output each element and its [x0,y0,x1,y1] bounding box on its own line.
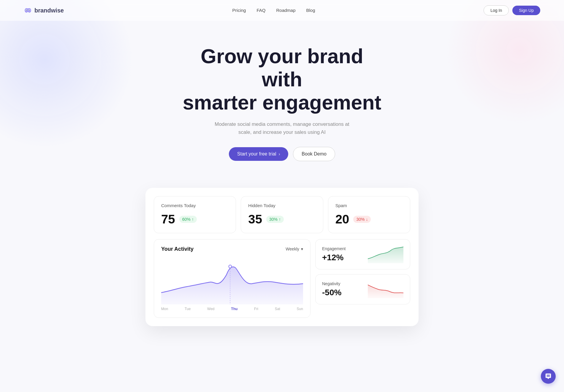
stat-card-comments: Comments Today 75 60% ↑ [154,196,236,233]
nav-links: Pricing FAQ Roadmap Blog [232,8,315,13]
nav-item-roadmap[interactable]: Roadmap [276,8,295,13]
stat-number-hidden: 35 [248,212,262,226]
negativity-card: Negativity -50% [315,274,410,304]
stat-card-hidden: Hidden Today 35 30% ↑ [241,196,323,233]
activity-chart-svg [161,257,303,304]
day-sun: Sun [297,307,303,311]
book-demo-button[interactable]: Book Demo [293,147,335,161]
day-sat: Sat [275,307,280,311]
day-mon: Mon [161,307,168,311]
nav-item-pricing[interactable]: Pricing [232,8,246,13]
engagement-info: Engagement +12% [322,246,346,262]
arrow-icon: › [279,152,280,156]
navbar: brandwise Pricing FAQ Roadmap Blog Log I… [0,0,564,21]
negativity-label: Negativity [322,281,341,286]
stat-badge-comments: 60% ↑ [179,216,197,223]
stat-label-spam: Spam [335,203,403,208]
stat-number-comments: 75 [161,212,175,226]
svg-point-6 [229,265,232,268]
activity-header: Your Activity Weekly ▾ [161,246,303,252]
arrow-up-icon: ↑ [192,217,194,222]
negativity-chart [368,280,403,298]
stat-label-comments: Comments Today [161,203,229,208]
start-trial-button[interactable]: Start your free trial › [229,147,288,161]
dashboard-card: Comments Today 75 60% ↑ Hidden Today 35 … [145,188,419,326]
svg-point-4 [26,10,27,11]
login-button[interactable]: Log In [484,5,509,15]
engagement-label: Engagement [322,246,346,251]
stats-row: Comments Today 75 60% ↑ Hidden Today 35 … [154,196,410,233]
hero-section: Grow your brand with smarter engagement … [0,21,564,173]
signup-button[interactable]: Sign Up [512,6,540,15]
arrow-down-icon: ↓ [366,217,368,222]
svg-point-5 [29,10,30,11]
activity-period-selector[interactable]: Weekly ▾ [286,247,303,251]
bottom-row: Your Activity Weekly ▾ [154,239,410,318]
engagement-chart [368,245,403,263]
arrow-up-icon-2: ↑ [279,217,281,222]
engagement-value: +12% [322,253,346,262]
stat-badge-spam: 30% ↓ [353,216,371,223]
stat-bottom-spam: 20 30% ↓ [335,212,403,226]
negativity-info: Negativity -50% [322,281,341,297]
chevron-down-icon: ▾ [301,247,303,251]
stat-bottom-comments: 75 60% ↑ [161,212,229,226]
nav-item-blog[interactable]: Blog [306,8,315,13]
negativity-value: -50% [322,288,341,297]
chat-icon [545,373,552,380]
nav-actions: Log In Sign Up [484,5,540,15]
chat-button[interactable] [541,369,556,384]
hero-subtext: Moderate social media comments, manage c… [211,120,353,136]
day-thu: Thu [231,307,237,311]
hero-buttons: Start your free trial › Book Demo [6,147,558,161]
chart-days: Mon Tue Wed Thu Fri Sat Sun [161,307,303,311]
logo[interactable]: brandwise [24,7,64,14]
stat-number-spam: 20 [335,212,349,226]
hero-headline-line2: smarter engagement [183,91,381,114]
hero-headline: Grow your brand with smarter engagement [178,45,386,114]
engagement-card: Engagement +12% [315,239,410,269]
logo-text: brandwise [34,7,64,14]
day-fri: Fri [254,307,258,311]
nav-item-faq[interactable]: FAQ [256,8,265,13]
stat-bottom-hidden: 35 30% ↑ [248,212,316,226]
activity-card: Your Activity Weekly ▾ [154,239,310,318]
right-panel: Engagement +12% Negati [315,239,410,318]
stat-badge-hidden: 30% ↑ [266,216,284,223]
stat-card-spam: Spam 20 30% ↓ [328,196,410,233]
hero-headline-line1: Grow your brand with [201,45,363,91]
activity-chart [161,257,303,304]
brandwise-logo-icon [24,7,32,13]
day-wed: Wed [207,307,214,311]
activity-title: Your Activity [161,246,194,252]
stat-label-hidden: Hidden Today [248,203,316,208]
day-tue: Tue [185,307,191,311]
